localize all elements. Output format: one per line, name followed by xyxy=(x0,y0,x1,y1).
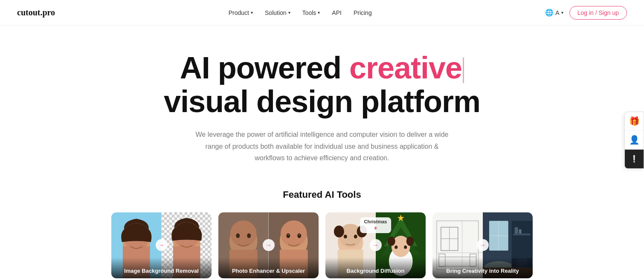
svg-point-20 xyxy=(280,220,307,247)
svg-point-30 xyxy=(334,225,344,237)
hero-section: AI powered creative visual design platfo… xyxy=(0,26,644,181)
svg-rect-71 xyxy=(519,229,521,234)
svg-rect-69 xyxy=(513,234,530,235)
tool-label: Image Background Removal xyxy=(111,257,212,278)
chevron-down-icon: ▾ xyxy=(288,10,290,15)
nav-product[interactable]: Product ▾ xyxy=(229,9,253,16)
arrow-icon: → xyxy=(156,239,168,251)
navbar: cutout . pro Product ▾ Solution ▾ Tools … xyxy=(0,0,644,26)
arrow-icon: → xyxy=(477,239,489,251)
logo-text: cutout xyxy=(17,8,40,17)
svg-point-45 xyxy=(406,237,414,246)
side-panel: 🎁 👤 ❕ xyxy=(624,112,644,169)
hero-title: AI powered creative visual design platfo… xyxy=(9,51,635,118)
logo[interactable]: cutout . pro xyxy=(17,8,55,17)
nav-right: 🌐 A ▾ Log in / Sign up xyxy=(545,6,627,20)
svg-point-23 xyxy=(297,234,301,238)
featured-tools-section: Featured AI Tools xyxy=(0,181,644,280)
svg-point-32 xyxy=(344,235,347,239)
tool-card-bg-removal[interactable]: → Image Background Removal xyxy=(111,212,212,278)
hero-title-part1: AI powered xyxy=(180,51,349,85)
christmas-plus: + xyxy=(374,225,377,231)
svg-point-22 xyxy=(286,234,290,238)
svg-point-24 xyxy=(287,234,289,235)
login-button[interactable]: Log in / Sign up xyxy=(569,6,627,20)
hero-title-highlight: creative xyxy=(349,51,464,85)
tool-card-creativity[interactable]: → xyxy=(432,212,533,278)
svg-point-44 xyxy=(387,237,395,246)
featured-title: Featured AI Tools xyxy=(0,189,644,200)
alert-icon: ❕ xyxy=(630,155,638,163)
avatar-button[interactable]: 👤 xyxy=(625,131,644,150)
nav-api[interactable]: API xyxy=(332,9,342,16)
svg-rect-68 xyxy=(511,221,533,258)
tool-label: Bring Creativity into Reality xyxy=(432,257,533,278)
tool-card-photo-enhancer[interactable]: → Photo Enhancer & Upscaler xyxy=(218,212,319,278)
logo-pro: pro xyxy=(42,8,55,17)
arrow-icon: → xyxy=(263,239,275,251)
svg-point-25 xyxy=(299,234,300,235)
avatar-icon: 👤 xyxy=(629,135,640,145)
gift-icon: 🎁 xyxy=(629,116,640,126)
tools-row: → Image Background Removal xyxy=(0,212,644,278)
svg-point-47 xyxy=(404,245,407,249)
tool-label: Photo Enhancer & Upscaler xyxy=(218,257,319,278)
svg-rect-70 xyxy=(514,227,518,234)
hero-title-part2: visual design platform xyxy=(164,84,480,118)
arrow-icon: → xyxy=(370,239,382,251)
nav-links: Product ▾ Solution ▾ Tools ▾ API Pricing xyxy=(229,9,372,16)
tool-card-christmas-diffusion[interactable]: Christmas + xyxy=(325,212,426,278)
alert-button[interactable]: ❕ xyxy=(625,150,644,168)
svg-point-33 xyxy=(354,235,357,239)
chevron-down-icon: ▾ xyxy=(318,10,320,15)
nav-pricing[interactable]: Pricing xyxy=(354,9,372,16)
chevron-down-icon: ▾ xyxy=(561,10,563,15)
nav-tools[interactable]: Tools ▾ xyxy=(302,9,320,16)
tool-label: Background Diffusion xyxy=(325,257,426,278)
lang-label: A xyxy=(555,9,559,16)
lang-switcher[interactable]: 🌐 A ▾ xyxy=(545,9,563,17)
cursor-blink xyxy=(463,58,464,83)
christmas-badge: Christmas + xyxy=(360,217,392,233)
hero-subtitle: We leverage the power of artificial inte… xyxy=(190,129,454,164)
christmas-label: Christmas xyxy=(364,219,387,224)
chevron-down-icon: ▾ xyxy=(251,10,253,15)
svg-point-46 xyxy=(395,245,397,249)
gift-button[interactable]: 🎁 xyxy=(625,112,644,131)
nav-solution[interactable]: Solution ▾ xyxy=(265,9,290,16)
translate-icon: 🌐 xyxy=(545,9,554,17)
